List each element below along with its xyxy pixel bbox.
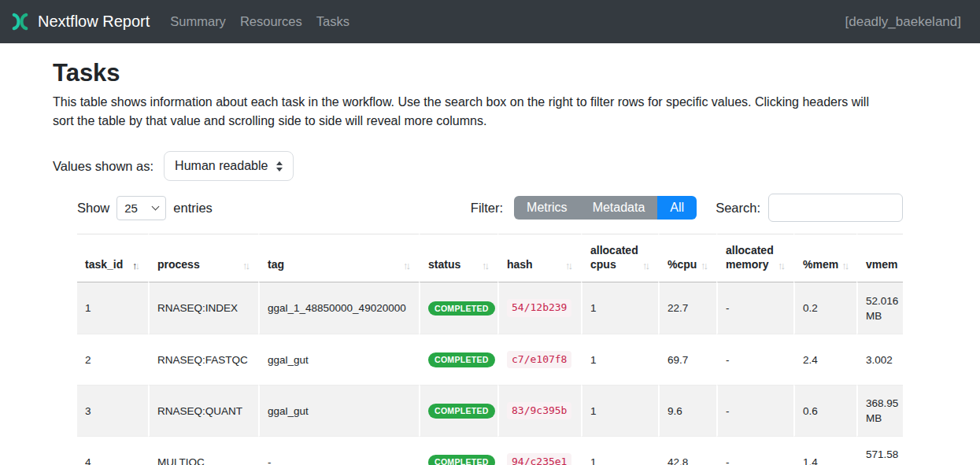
tag-cell: ggal_gut — [258, 334, 419, 385]
run-name: [deadly_baekeland] — [845, 14, 961, 30]
allocated_cpus-cell: 1 — [581, 385, 658, 436]
search-label: Search: — [716, 201, 760, 216]
column-label: tag — [268, 257, 284, 271]
datatable-wrapper: Show 25 entries Filter: Metrics Metadata… — [77, 194, 903, 465]
values-shown-row: Values shown as: Human readable — [53, 151, 927, 181]
column-label: task_id — [85, 257, 123, 271]
column-label: allocated cpus — [590, 243, 639, 271]
pmem-cell: 0.2 — [793, 282, 856, 334]
search-input[interactable] — [768, 194, 903, 222]
column-header-hash[interactable]: hash↑↓ — [497, 234, 581, 282]
sort-icon: ↑↓ — [565, 260, 573, 271]
nav-links: Summary Resources Tasks — [170, 14, 349, 29]
column-label: process — [157, 257, 200, 271]
column-header-pmem[interactable]: %mem↑↓ — [793, 234, 856, 282]
vmem-cell: 571.58 MB — [856, 436, 903, 465]
pmem-cell: 2.4 — [793, 334, 856, 385]
pcpu-cell: 22.7 — [658, 282, 716, 334]
filter-button-metrics[interactable]: Metrics — [514, 196, 580, 220]
tag-cell: - — [258, 436, 419, 465]
status-badge: COMPLETED — [428, 352, 495, 367]
pmem-cell: 0.6 — [793, 385, 856, 436]
status-cell: COMPLETED — [419, 385, 497, 436]
hash-cell: 94/c235e1 — [497, 436, 581, 465]
table-row: 4MULTIQC-COMPLETED94/c235e1142.8-1.4571.… — [77, 436, 903, 465]
hash-cell: 83/9c395b — [497, 385, 581, 436]
task_id-cell: 1 — [77, 282, 148, 334]
column-header-process[interactable]: process↑↓ — [148, 234, 258, 282]
status-cell: COMPLETED — [419, 436, 497, 465]
values-shown-value: Human readable — [175, 159, 268, 173]
column-header-allocated_memory[interactable]: allocated memory↑↓ — [716, 234, 793, 282]
column-header-vmem[interactable]: vmem↑↓ — [856, 234, 903, 282]
filter-button-all[interactable]: All — [657, 196, 697, 220]
pcpu-cell: 9.6 — [658, 385, 716, 436]
process-cell: MULTIQC — [148, 436, 258, 465]
allocated_memory-cell: - — [716, 385, 793, 436]
column-label: vmem — [866, 257, 897, 271]
page-container: Tasks This table shows information about… — [0, 59, 980, 465]
tag-cell: ggal_gut — [258, 385, 419, 436]
page-length-value: 25 — [124, 201, 138, 215]
sort-icon: ↑↓ — [701, 260, 708, 271]
hash-code: 83/9c395b — [507, 402, 571, 419]
column-header-tag[interactable]: tag↑↓ — [258, 234, 419, 282]
table-row: 2RNASEQ:FASTQCggal_gutCOMPLETEDc7/e107f8… — [77, 334, 903, 385]
nav-link-tasks[interactable]: Tasks — [316, 14, 349, 29]
hash-cell: 54/12b239 — [497, 282, 581, 334]
allocated_cpus-cell: 1 — [581, 282, 658, 334]
hash-code: c7/e107f8 — [507, 351, 571, 368]
status-cell: COMPLETED — [419, 334, 497, 385]
header-row: task_id↑↓process↑↓tag↑↓status↑↓hash↑↓all… — [77, 234, 903, 282]
table-row: 3RNASEQ:QUANTggal_gutCOMPLETED83/9c395b1… — [77, 385, 903, 436]
pmem-cell: 1.4 — [793, 436, 856, 465]
page-length-control: Show 25 entries — [77, 196, 213, 220]
sort-icon: ↑↓ — [403, 260, 411, 271]
task_id-cell: 4 — [77, 436, 148, 465]
column-header-status[interactable]: status↑↓ — [419, 234, 497, 282]
column-label: hash — [507, 257, 533, 271]
allocated_memory-cell: - — [716, 334, 793, 385]
vmem-cell: 3.002 — [856, 334, 903, 385]
nextflow-logo-icon — [9, 11, 31, 32]
entries-label: entries — [173, 201, 213, 216]
column-header-allocated_cpus[interactable]: allocated cpus↑↓ — [581, 234, 658, 282]
nav-link-summary[interactable]: Summary — [170, 14, 226, 29]
process-cell: RNASEQ:INDEX — [148, 282, 258, 334]
task_id-cell: 2 — [77, 334, 148, 385]
hash-cell: c7/e107f8 — [497, 334, 581, 385]
column-header-task_id[interactable]: task_id↑↓ — [77, 234, 148, 282]
status-cell: COMPLETED — [419, 282, 497, 334]
column-label: status — [428, 257, 460, 271]
page-description: This table shows information about each … — [53, 93, 873, 131]
allocated_memory-cell: - — [716, 436, 793, 465]
hash-code: 54/12b239 — [507, 299, 571, 316]
allocated_memory-cell: - — [716, 282, 793, 334]
chevron-down-icon — [152, 202, 160, 210]
filter-search-control: Filter: Metrics Metadata All Search: — [471, 194, 903, 222]
sort-icon: ↑↓ — [902, 260, 903, 271]
brand[interactable]: Nextflow Report — [9, 11, 150, 32]
page-length-select[interactable]: 25 — [116, 196, 166, 220]
select-updown-icon — [276, 161, 283, 172]
values-shown-select[interactable]: Human readable — [164, 151, 294, 181]
values-shown-label: Values shown as: — [53, 159, 153, 174]
process-cell: RNASEQ:QUANT — [148, 385, 258, 436]
allocated_cpus-cell: 1 — [581, 436, 658, 465]
pcpu-cell: 42.8 — [658, 436, 716, 465]
show-label: Show — [77, 201, 109, 216]
column-header-pcpu[interactable]: %cpu↑↓ — [658, 234, 716, 282]
brand-title: Nextflow Report — [38, 13, 150, 31]
nav-link-resources[interactable]: Resources — [240, 14, 302, 29]
page-title: Tasks — [53, 59, 927, 87]
column-label: %mem — [803, 257, 838, 271]
tasks-table: task_id↑↓process↑↓tag↑↓status↑↓hash↑↓all… — [77, 234, 903, 465]
filter-button-metadata[interactable]: Metadata — [580, 196, 658, 220]
tag-cell: ggal_1_48850000_49020000 — [258, 282, 419, 334]
filter-label: Filter: — [471, 201, 503, 216]
table-scroll-area[interactable]: task_id↑↓process↑↓tag↑↓status↑↓hash↑↓all… — [77, 234, 903, 465]
sort-icon: ↑↓ — [778, 260, 786, 271]
filter-button-group: Metrics Metadata All — [514, 196, 697, 220]
sort-icon: ↑↓ — [482, 260, 490, 271]
sort-icon: ↑↓ — [642, 260, 650, 271]
